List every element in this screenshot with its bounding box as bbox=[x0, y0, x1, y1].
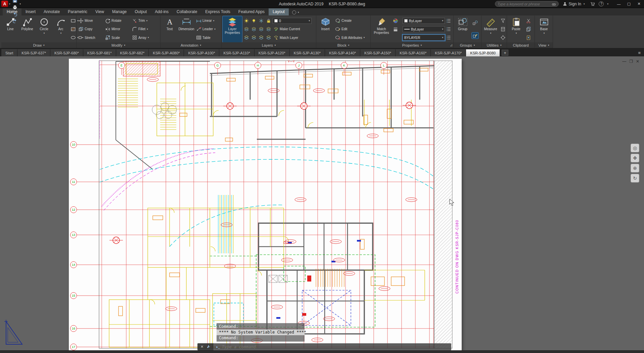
ribbon-tab-featured-apps[interactable]: Featured Apps bbox=[234, 8, 269, 15]
create-button[interactable]: Create bbox=[334, 18, 352, 24]
base-button[interactable]: Base▾ bbox=[536, 16, 552, 42]
autocad-logo-icon[interactable]: A bbox=[1, 1, 8, 7]
file-tab-ksr-sjp-a150[interactable]: KSR-SJP-A150* bbox=[360, 49, 396, 56]
ribbon-tab-express-tools[interactable]: Express Tools bbox=[201, 8, 234, 15]
maximize-button[interactable]: ▢ bbox=[624, 0, 634, 8]
file-tab-ksr-sjp-637[interactable]: KSR-SJP-637* bbox=[17, 49, 50, 56]
panel-label-properties[interactable]: Properties▾◿ bbox=[371, 42, 453, 48]
layer-prev-button[interactable] bbox=[265, 26, 272, 32]
ribbon-tab-annotate[interactable]: Annotate bbox=[40, 8, 64, 15]
layer-walk-button[interactable] bbox=[258, 26, 265, 32]
combo-bylayer[interactable]: ByLayer▾ bbox=[403, 18, 445, 24]
search-binoculars-icon[interactable] bbox=[552, 2, 556, 6]
edit-attributes-button[interactable]: AEdit Attributes▾ bbox=[334, 35, 365, 41]
measure-button[interactable]: Measure▾ bbox=[482, 16, 499, 42]
layer-off-button[interactable] bbox=[243, 26, 250, 32]
ribbon-tab-insert[interactable]: Insert bbox=[21, 8, 40, 15]
rotate-button[interactable]: Rotate bbox=[104, 18, 131, 24]
paste-special-button[interactable] bbox=[525, 35, 532, 41]
steering-wheel-icon[interactable]: ◎ bbox=[631, 144, 639, 152]
hatch-button[interactable] bbox=[70, 26, 77, 32]
layer-on-button[interactable] bbox=[250, 18, 257, 24]
ribbon-tab-layout[interactable]: Layout bbox=[269, 8, 289, 15]
ribbon-tab-manage[interactable]: Manage bbox=[108, 8, 131, 15]
prop-list-button[interactable] bbox=[446, 18, 452, 24]
command-history-window[interactable]: Command: **** No System Variable Changed… bbox=[217, 323, 305, 342]
help-icon[interactable]: ? bbox=[599, 1, 604, 6]
app-menu-arrow-icon[interactable]: ▾ bbox=[8, 3, 11, 5]
pan-icon[interactable]: ✥ bbox=[631, 154, 639, 162]
panel-label-clipboard[interactable]: Clipboard bbox=[507, 42, 535, 48]
quick-select-button[interactable] bbox=[500, 18, 506, 24]
copy-button[interactable]: Copy bbox=[78, 26, 104, 32]
scale-button[interactable]: Scale bbox=[104, 35, 131, 41]
prop-list-button[interactable] bbox=[446, 26, 452, 32]
layer-thaw-button[interactable] bbox=[243, 35, 250, 41]
command-customize-icon[interactable] bbox=[206, 345, 211, 349]
lineweight-button[interactable] bbox=[392, 26, 399, 32]
layer-lock-button[interactable] bbox=[265, 18, 272, 24]
file-tab-ksr-sjp-a170[interactable]: KSR-SJP-A170* bbox=[431, 49, 466, 56]
drawing-canvas[interactable]: 1011121314151617EGHJKL Y—Y CONTINUED ON … bbox=[0, 56, 644, 350]
layer-merge-button[interactable] bbox=[258, 35, 265, 41]
panel-label-layers[interactable]: Layers▾ bbox=[222, 42, 316, 48]
file-tab-ksr-sjp-a130[interactable]: KSR-SJP-A130* bbox=[290, 49, 325, 56]
undo-button[interactable] bbox=[11, 11, 19, 17]
layer-isolate-button[interactable] bbox=[250, 26, 257, 32]
stretch-button[interactable]: Stretch bbox=[78, 35, 104, 41]
save-button[interactable] bbox=[11, 0, 19, 4]
layer-delete-button[interactable] bbox=[265, 35, 272, 41]
app-store-cart-icon[interactable] bbox=[589, 1, 596, 7]
layer-properties-button[interactable]: Layer Properties bbox=[223, 16, 242, 42]
text-button[interactable]: AText bbox=[162, 16, 178, 42]
fillet-button[interactable]: Fillet▾ bbox=[131, 26, 157, 32]
file-tab-ksr-sjp-a160[interactable]: KSR-SJP-A160* bbox=[396, 49, 431, 56]
prop-list-button[interactable] bbox=[446, 35, 452, 41]
leader-button[interactable]: Leader▾ bbox=[195, 26, 216, 32]
panel-label-block[interactable]: Block▾ bbox=[316, 42, 370, 48]
file-tab-ksr-sjp-681[interactable]: KSR-SJP-681* bbox=[83, 49, 116, 56]
file-tab-ksr-sjp-a140[interactable]: KSR-SJP-A140* bbox=[325, 49, 360, 56]
group-edit-button[interactable] bbox=[472, 33, 478, 39]
search-input[interactable] bbox=[498, 2, 550, 6]
mirror-button[interactable]: Mirror bbox=[104, 26, 131, 32]
file-tab-ksr-sjp-a110[interactable]: KSR-SJP-A110* bbox=[219, 49, 254, 56]
ribbon-tab-collaborate[interactable]: Collaborate bbox=[173, 8, 201, 15]
doc-minimize-button[interactable]: — bbox=[622, 59, 626, 64]
file-tab-ksr-sjp-a100[interactable]: KSR-SJP-A100* bbox=[184, 49, 219, 56]
file-tab-ksr-sjp-682[interactable]: KSR-SJP-682* bbox=[116, 49, 149, 56]
match-layer-button[interactable]: Match Layer bbox=[273, 35, 299, 41]
layout-paper[interactable]: 1011121314151617EGHJKL Y—Y CONTINUED ON … bbox=[69, 59, 462, 350]
doc-restore-button[interactable]: ❐ bbox=[629, 59, 633, 64]
file-tab-ksr-sjp-b080[interactable]: KSR-SJP-B080 bbox=[466, 49, 500, 56]
color-wheel-button[interactable] bbox=[392, 18, 399, 24]
panel-label-view[interactable]: View▾ bbox=[535, 42, 553, 48]
orbit-icon[interactable]: ↻ bbox=[631, 174, 639, 183]
doc-close-button[interactable]: ✕ bbox=[636, 59, 639, 64]
group-button[interactable]: Group bbox=[455, 16, 471, 42]
point-id-button[interactable] bbox=[500, 35, 506, 41]
trim-button[interactable]: Trim▾ bbox=[131, 18, 157, 24]
command-bar[interactable]: ✕ ▸_ bbox=[197, 343, 451, 350]
qat-customize-arrow-icon[interactable]: ▾ bbox=[19, 3, 22, 5]
match-properties-button[interactable]: Match Properties bbox=[372, 16, 391, 42]
ribbon-tab-view[interactable]: View bbox=[91, 8, 108, 15]
make-current-button[interactable]: Make Current bbox=[273, 26, 301, 32]
combo-bylayer[interactable]: BYLAYER▾ bbox=[403, 35, 445, 41]
layer-unlock-button[interactable] bbox=[250, 35, 257, 41]
file-tab-start[interactable]: Start bbox=[1, 49, 17, 56]
ribbon-tab-output[interactable]: Output bbox=[131, 8, 151, 15]
ribbon-tab-parametric[interactable]: Parametric bbox=[64, 8, 91, 15]
array-button[interactable]: Array▾ bbox=[131, 35, 157, 41]
help-search-box[interactable] bbox=[495, 1, 559, 7]
table-button[interactable]: Table bbox=[195, 35, 211, 41]
layer-unsaved-button[interactable] bbox=[243, 18, 250, 24]
tab-overflow-menu-button[interactable]: ≡ bbox=[638, 50, 641, 56]
ribbon-options-arrow-icon[interactable]: ▾ bbox=[297, 11, 300, 14]
panel-label-groups[interactable]: Groups▾ bbox=[454, 42, 481, 48]
edit-button[interactable]: Edit bbox=[334, 26, 348, 32]
file-tab-ksr-sjp-a080[interactable]: KSR-SJP-A080* bbox=[149, 49, 184, 56]
minimize-button[interactable]: — bbox=[614, 0, 624, 8]
panel-label-modify[interactable]: Modify▾ bbox=[77, 42, 160, 48]
ribbon-options[interactable]: ▾ bbox=[292, 10, 300, 15]
